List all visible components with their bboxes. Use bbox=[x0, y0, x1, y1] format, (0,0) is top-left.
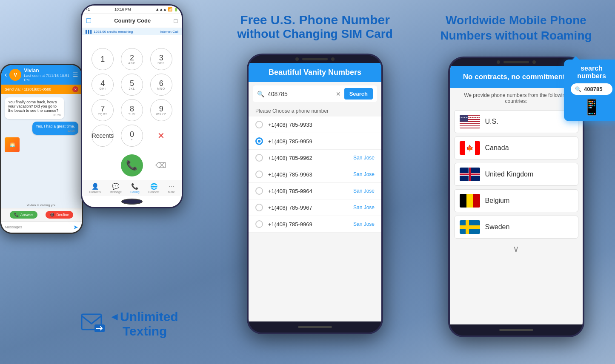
unlimited-texting-label-1: Unlimited bbox=[120, 310, 178, 324]
number-row[interactable]: +1(408) 785-9962 San Jose bbox=[249, 150, 381, 166]
menu-icon[interactable]: ☰ bbox=[73, 71, 78, 78]
radio-button[interactable] bbox=[255, 220, 263, 228]
dialpad-key-4[interactable]: 4 GHI bbox=[92, 74, 114, 96]
radio-button[interactable] bbox=[255, 187, 263, 195]
headline-right-line2: Numbers without Roaming bbox=[440, 28, 592, 43]
radio-button-selected[interactable] bbox=[255, 137, 263, 145]
nav-more[interactable]: ⋯ More bbox=[168, 183, 175, 193]
nav-contacts[interactable]: 👤 Contacts bbox=[89, 183, 101, 193]
dialpad-number-display bbox=[82, 35, 182, 44]
nav-calling[interactable]: 📞 Calling bbox=[130, 183, 139, 193]
call-button[interactable]: 📞 bbox=[121, 154, 143, 176]
image-thumbnail: 🌅 bbox=[5, 137, 20, 152]
radio-button[interactable] bbox=[255, 204, 263, 211]
dialpad-key-5[interactable]: 5 JKL bbox=[121, 74, 143, 96]
send-via-bar[interactable]: Send via: +1(201)685-0588 ✕ bbox=[1, 85, 82, 94]
flag-us: ★★★★★★★★★★★★★★★★★★★★★★★★★★★★★★★★★★★★★★★★… bbox=[460, 115, 480, 128]
countries-subtitle: We provide phone numbers from the follow… bbox=[450, 88, 583, 108]
dialpad-key-3[interactable]: 3 DEF bbox=[150, 48, 172, 70]
send-icon[interactable]: ➤ bbox=[73, 224, 78, 230]
dialpad-key-1[interactable]: 1 bbox=[92, 48, 114, 70]
vanity-screen: Beautiful Vanity Numbers 🔍 408785 ✕ Sear… bbox=[249, 63, 381, 321]
dialpad-bottom-row: 📞 ⌫ bbox=[82, 151, 182, 180]
headline-right-line1: Worldwide Mobile Phone bbox=[440, 13, 592, 28]
dialpad-key-7[interactable]: 7 PQRS bbox=[92, 99, 114, 121]
country-name-us: U.S. bbox=[485, 118, 498, 125]
country-name-uk: United Kingdom bbox=[485, 171, 534, 178]
dialpad-key-0[interactable]: 0 + bbox=[121, 125, 143, 147]
radio-button[interactable] bbox=[255, 171, 263, 178]
country-row-uk[interactable]: United Kingdom bbox=[454, 163, 578, 186]
flag-uk bbox=[460, 168, 480, 181]
countries-title: No contracts, no commitments bbox=[457, 73, 576, 81]
number-row[interactable]: +1(408) 785-9933 bbox=[249, 117, 381, 133]
decline-button[interactable]: 📵 Decline bbox=[46, 211, 73, 219]
number-row[interactable]: +1(408) 785-9967 San Jose bbox=[249, 199, 381, 216]
chat-input-placeholder[interactable]: Messages bbox=[5, 225, 71, 229]
countries-bottom bbox=[450, 324, 583, 336]
message-bubble-incoming: You finally come back, how's your vacati… bbox=[5, 97, 64, 119]
country-row-belgium[interactable]: Belgium bbox=[454, 189, 578, 212]
dialpad-key-9[interactable]: 9 WXYZ bbox=[150, 99, 172, 121]
phone-speaker bbox=[302, 58, 328, 60]
vanity-search-bar[interactable]: 🔍 408785 ✕ Search bbox=[253, 85, 377, 102]
search-icon: 🔍 bbox=[257, 91, 264, 97]
number-row-selected[interactable]: +1(408) 785-9959 bbox=[249, 133, 381, 150]
chat-name-area: Vivian Last seen at 7/11/16 10:51 PM bbox=[24, 68, 70, 82]
number-location: San Jose bbox=[353, 155, 375, 161]
dialpad-key-star[interactable]: Recents bbox=[92, 125, 114, 147]
dialpad-credits-bar: ▌▌▌ 1263.00 credits remaining Internet C… bbox=[82, 28, 182, 35]
dialpad-nav: 👤 Contacts 💬 Message 📞 Calling 🌐 bbox=[82, 180, 182, 196]
backspace-button[interactable]: ⌫ bbox=[149, 154, 172, 176]
number-row[interactable]: +1(408) 785-9969 San Jose bbox=[249, 216, 381, 233]
home-button[interactable] bbox=[121, 199, 143, 205]
chat-contact-name: Vivian bbox=[24, 68, 70, 74]
phone-number: +1(408) 785-9959 bbox=[268, 138, 375, 145]
close-icon[interactable]: ✕ bbox=[72, 86, 78, 92]
main-content: Unlimited Calling ▶ ‹ V Vivian Last seen… bbox=[0, 0, 615, 364]
dialpad-grid: 1 2 ABC 3 DEF 4 GHI bbox=[82, 44, 182, 151]
vanity-bottom bbox=[249, 321, 381, 333]
radio-button[interactable] bbox=[255, 121, 263, 128]
clear-icon[interactable]: ✕ bbox=[336, 91, 341, 97]
countries-screen: No contracts, no commitments We provide … bbox=[450, 66, 583, 324]
scroll-down-icon[interactable]: ∨ bbox=[450, 240, 583, 257]
dialpad-screen: +1 10:16 PM ▲▲▲ 📶 🔋 □ Country Code □ ▌▌▌… bbox=[82, 6, 182, 207]
tooltip-search-value: 408785 bbox=[584, 86, 602, 92]
search-button[interactable]: Search bbox=[344, 88, 373, 100]
phone-number: +1(408) 785-9964 bbox=[268, 188, 348, 194]
phone-number: +1(408) 785-9967 bbox=[268, 205, 348, 211]
unlimited-texting-block: ◀ Unlimited Texting bbox=[81, 310, 178, 338]
dialpad-key-8[interactable]: 8 TUV bbox=[121, 99, 143, 121]
message-time-2: 12:26 bbox=[36, 129, 75, 132]
country-row-us[interactable]: ★★★★★★★★★★★★★★★★★★★★★★★★★★★★★★★★★★★★★★★★… bbox=[454, 110, 578, 133]
tooltip-text: search numbers bbox=[571, 65, 612, 80]
number-row[interactable]: +1(408) 785-9963 San Jose bbox=[249, 166, 381, 183]
back-icon[interactable]: ‹ bbox=[5, 71, 7, 79]
nav-message[interactable]: 💬 Message bbox=[109, 183, 121, 193]
phone-camera bbox=[295, 57, 299, 61]
phone-speaker-2 bbox=[503, 61, 529, 63]
tooltip-bubble: search numbers 🔍 408785 📱 bbox=[564, 60, 615, 121]
answer-button[interactable]: 📞 Answer bbox=[10, 211, 37, 219]
country-row-canada[interactable]: 🍁 Canada bbox=[454, 136, 578, 159]
tooltip-search-icon: 🔍 bbox=[575, 86, 581, 92]
dialpad-key-delete[interactable]: ✕ bbox=[150, 125, 172, 147]
calling-notification-text: Vivian is calling you bbox=[1, 202, 82, 208]
number-location: San Jose bbox=[353, 188, 375, 194]
dialpad-key-6[interactable]: 6 MNO bbox=[150, 74, 172, 96]
number-list: +1(408) 785-9933 +1(408) 785-9959 +1(408… bbox=[249, 117, 381, 321]
vanity-header: Beautiful Vanity Numbers bbox=[249, 63, 381, 82]
nav-connect[interactable]: 🌐 Connect bbox=[148, 183, 159, 193]
phone-vanity-top bbox=[249, 55, 381, 63]
countries-top bbox=[450, 58, 583, 66]
dialpad-key-2[interactable]: 2 ABC bbox=[121, 48, 143, 70]
message-bubble-outgoing: Yes, I had a great time. 12:26 bbox=[32, 122, 78, 135]
radio-button[interactable] bbox=[255, 154, 263, 162]
phone-number: +1(408) 785-9933 bbox=[268, 122, 375, 128]
search-input[interactable]: 408785 bbox=[268, 91, 332, 97]
country-row-sweden[interactable]: Sweden bbox=[454, 216, 578, 239]
phone-camera-2 bbox=[331, 57, 335, 61]
dialpad-status-bar: +1 10:16 PM ▲▲▲ 📶 🔋 bbox=[82, 6, 182, 14]
number-row[interactable]: +1(408) 785-9964 San Jose bbox=[249, 183, 381, 199]
